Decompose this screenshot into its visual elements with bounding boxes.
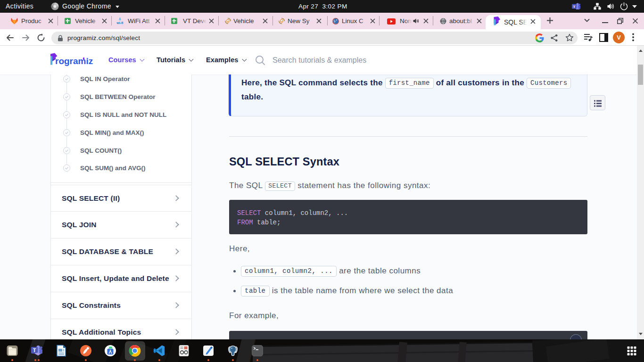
svg-text:wi-fi: wi-fi (116, 21, 124, 25)
svg-text:T: T (573, 5, 576, 9)
svg-text:T: T (33, 347, 36, 353)
